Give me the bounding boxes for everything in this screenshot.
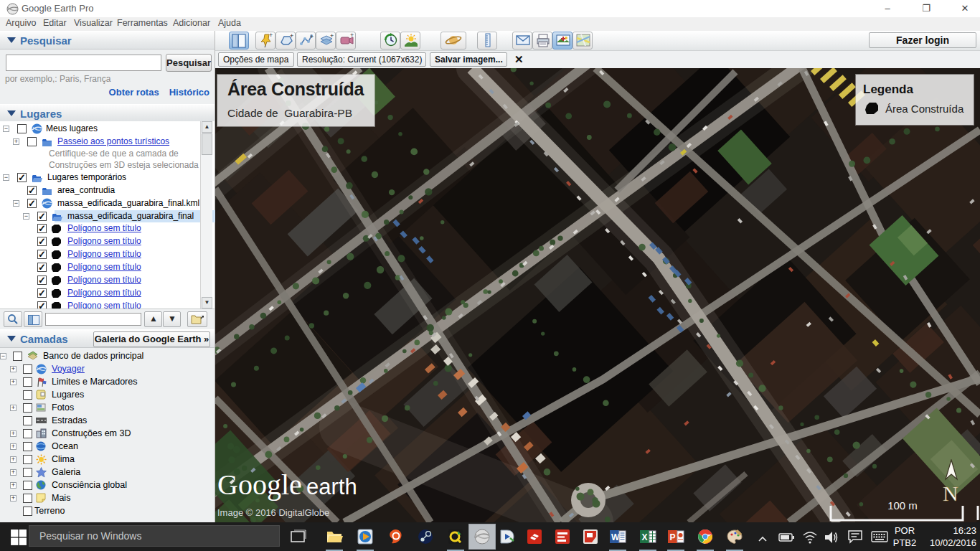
svg-text:+: + xyxy=(269,32,273,39)
svg-text:W: W xyxy=(611,532,620,542)
svg-text:P: P xyxy=(670,532,676,542)
svg-text:100 m: 100 m xyxy=(887,499,918,512)
svg-text:+: + xyxy=(350,32,354,39)
svg-text:X: X xyxy=(642,532,648,542)
svg-text:+: + xyxy=(310,33,314,40)
svg-text:+: + xyxy=(290,32,293,39)
svg-text:+: + xyxy=(330,32,334,39)
